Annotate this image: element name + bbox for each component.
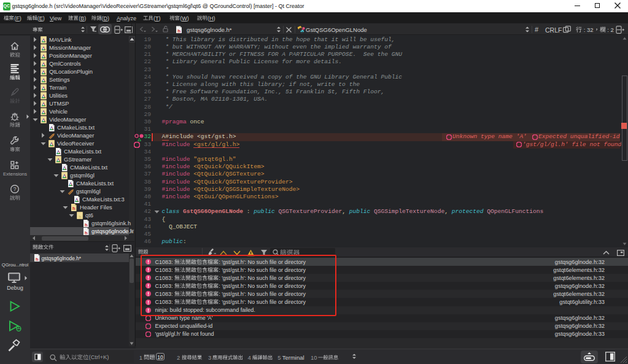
svg-text:?: ?	[13, 186, 16, 192]
svg-text:h: h	[177, 28, 180, 33]
